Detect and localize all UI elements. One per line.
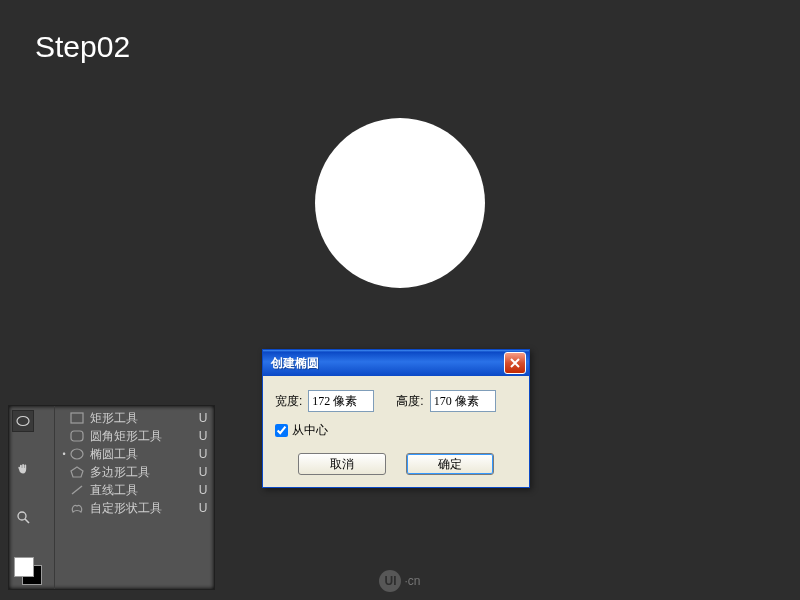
svg-line-2 xyxy=(25,519,29,523)
cancel-button[interactable]: 取消 xyxy=(298,453,386,475)
dialog-titlebar[interactable]: 创建椭圆 xyxy=(263,350,529,376)
ok-button[interactable]: 确定 xyxy=(406,453,494,475)
width-input[interactable] xyxy=(308,390,374,412)
custom-shape-icon xyxy=(68,500,86,516)
tool-hidden-2[interactable] xyxy=(12,482,34,504)
svg-point-5 xyxy=(71,449,83,459)
dialog-title: 创建椭圆 xyxy=(271,355,504,372)
svg-line-7 xyxy=(72,486,82,494)
tool-shortcut: U xyxy=(195,447,211,461)
tool-shortcut: U xyxy=(195,465,211,479)
tool-hand[interactable] xyxy=(12,458,34,480)
rounded-rect-icon xyxy=(68,428,86,444)
tool-hidden-3[interactable] xyxy=(12,530,34,552)
svg-marker-6 xyxy=(71,467,83,477)
watermark-suffix: ·cn xyxy=(404,574,420,588)
tool-shortcut: U xyxy=(195,501,211,515)
create-ellipse-dialog: 创建椭圆 宽度: 高度: 从中心 取消 确定 xyxy=(262,349,530,488)
svg-rect-4 xyxy=(71,431,83,441)
close-button[interactable] xyxy=(504,352,526,374)
width-label: 宽度: xyxy=(275,393,302,410)
svg-point-1 xyxy=(18,512,26,520)
from-center-label: 从中心 xyxy=(292,422,328,439)
line-icon xyxy=(68,482,86,498)
tool-row-line[interactable]: 直线工具 U xyxy=(60,481,211,499)
from-center-checkbox[interactable] xyxy=(275,424,288,437)
tool-zoom[interactable] xyxy=(12,506,34,528)
tool-shortcut: U xyxy=(195,483,211,497)
tool-ellipse[interactable] xyxy=(12,410,34,432)
row-marker: • xyxy=(60,449,68,459)
tool-label: 直线工具 xyxy=(86,482,195,499)
step-label: Step02 xyxy=(35,30,130,64)
swatch-foreground[interactable] xyxy=(14,557,34,577)
height-label: 高度: xyxy=(396,393,423,410)
tool-icon-column xyxy=(9,406,55,589)
shape-tool-list: 矩形工具 U 圆角矩形工具 U • 椭圆工具 U xyxy=(55,406,214,589)
tool-shortcut: U xyxy=(195,429,211,443)
tool-label: 多边形工具 xyxy=(86,464,195,481)
size-field-row: 宽度: 高度: xyxy=(275,390,517,412)
height-input[interactable] xyxy=(430,390,496,412)
tool-shortcut: U xyxy=(195,411,211,425)
tool-hidden-1[interactable] xyxy=(12,434,34,456)
tool-row-rounded[interactable]: 圆角矩形工具 U xyxy=(60,427,211,445)
watermark-logo: UI xyxy=(379,570,401,592)
tool-row-custom[interactable]: 自定形状工具 U xyxy=(60,499,211,517)
watermark: UI·cn xyxy=(0,570,800,592)
svg-rect-3 xyxy=(71,413,83,423)
tools-panel: 矩形工具 U 圆角矩形工具 U • 椭圆工具 U xyxy=(8,405,215,590)
rect-icon xyxy=(68,410,86,426)
tool-label: 圆角矩形工具 xyxy=(86,428,195,445)
tool-label: 矩形工具 xyxy=(86,410,195,427)
tool-label: 自定形状工具 xyxy=(86,500,195,517)
ellipse-icon xyxy=(68,446,86,462)
canvas-circle xyxy=(315,118,485,288)
tool-row-rect[interactable]: 矩形工具 U xyxy=(60,409,211,427)
close-icon xyxy=(509,357,521,369)
polygon-icon xyxy=(68,464,86,480)
tool-label: 椭圆工具 xyxy=(86,446,195,463)
tool-row-polygon[interactable]: 多边形工具 U xyxy=(60,463,211,481)
svg-point-0 xyxy=(17,417,29,426)
tool-row-ellipse[interactable]: • 椭圆工具 U xyxy=(60,445,211,463)
